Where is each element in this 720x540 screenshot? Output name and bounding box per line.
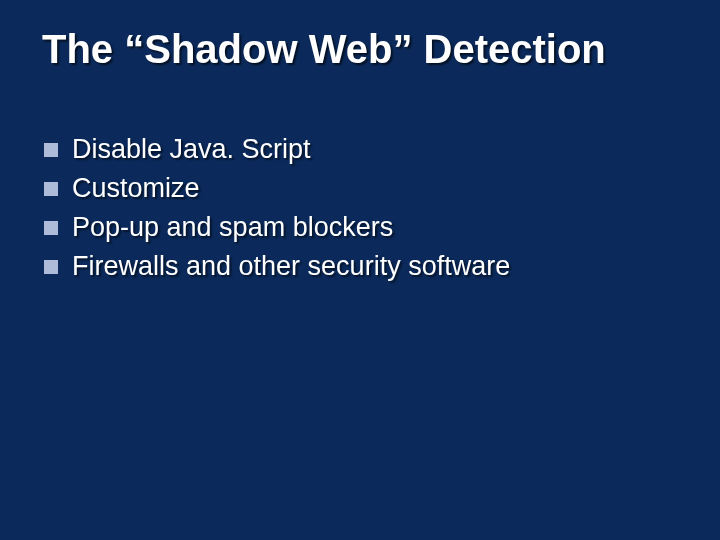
- square-bullet-icon: [44, 260, 58, 274]
- list-item: Disable Java. Script: [44, 130, 660, 169]
- slide: The “Shadow Web” Detection Disable Java.…: [0, 0, 720, 540]
- list-item-label: Pop-up and spam blockers: [72, 208, 393, 247]
- list-item-label: Customize: [72, 169, 200, 208]
- slide-title: The “Shadow Web” Detection: [42, 26, 678, 72]
- square-bullet-icon: [44, 143, 58, 157]
- square-bullet-icon: [44, 182, 58, 196]
- list-item-label: Disable Java. Script: [72, 130, 311, 169]
- slide-body: Disable Java. Script Customize Pop-up an…: [44, 130, 660, 287]
- list-item-label: Firewalls and other security software: [72, 247, 510, 286]
- list-item: Firewalls and other security software: [44, 247, 660, 286]
- list-item: Pop-up and spam blockers: [44, 208, 660, 247]
- list-item: Customize: [44, 169, 660, 208]
- square-bullet-icon: [44, 221, 58, 235]
